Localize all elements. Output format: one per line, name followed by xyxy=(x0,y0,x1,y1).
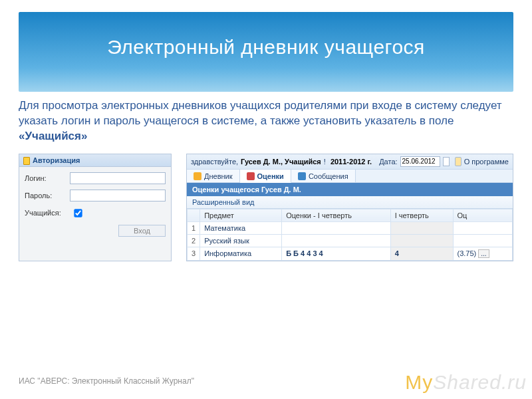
col-num xyxy=(188,209,200,221)
grades-title-bar: Оценки учащегося Гусев Д. М. xyxy=(187,183,513,196)
col-marks: Оценки - I четверть xyxy=(282,209,391,221)
tab-diary[interactable]: Дневник xyxy=(187,170,240,182)
table-row[interactable]: 2 Русский язык xyxy=(188,234,513,247)
grades-table: Предмет Оценки - I четверть I четверть О… xyxy=(187,209,513,261)
panels-row: Авторизация Логин: Пароль: Учащийся: Вхо… xyxy=(19,154,513,261)
grades-header: здравствуйте, Гусев Д. М., Учащийся! 201… xyxy=(187,154,513,170)
greeting-prefix: здравствуйте, xyxy=(191,158,238,166)
tab-messages-label: Сообщения xyxy=(309,172,348,180)
grades-icon xyxy=(247,172,255,180)
password-input[interactable] xyxy=(70,190,166,201)
auth-panel: Авторизация Логин: Пароль: Учащийся: Вхо… xyxy=(19,154,172,261)
login-button[interactable]: Вход xyxy=(118,225,166,237)
slide-description: Для просмотра электронных дневников учащ… xyxy=(19,98,513,144)
login-label: Логин: xyxy=(25,174,70,182)
expanded-view-toggle[interactable]: Расширенный вид xyxy=(187,196,513,209)
book-icon xyxy=(194,172,201,180)
help-icon[interactable] xyxy=(455,157,462,166)
date-input[interactable] xyxy=(400,156,440,167)
grades-panel: здравствуйте, Гусев Д. М., Учащийся! 201… xyxy=(186,154,513,261)
tab-diary-label: Дневник xyxy=(204,172,233,180)
auth-header: Авторизация xyxy=(19,154,171,167)
table-row[interactable]: 1 Математика xyxy=(188,221,513,234)
tab-messages[interactable]: Сообщения xyxy=(291,170,356,182)
footer-text: ИАС "АВЕРС: Электронный Классный Журнал" xyxy=(19,376,194,386)
about-link[interactable]: О программе xyxy=(464,158,509,166)
col-tail: Оц xyxy=(453,209,513,221)
school-year: 2011-2012 г. xyxy=(331,158,372,166)
lock-icon xyxy=(23,157,30,165)
slide-title: Электронный дневник учащегося xyxy=(19,12,513,92)
table-row[interactable]: 3 Информатика Б Б 4 4 3 4 4 (3.75) ... xyxy=(188,247,513,260)
greeting-name: Гусев Д. М., Учащийся xyxy=(241,158,321,166)
description-text: Для просмотра электронных дневников учащ… xyxy=(19,99,502,127)
col-subject: Предмет xyxy=(200,209,282,221)
student-checkbox[interactable] xyxy=(74,209,82,217)
login-input[interactable] xyxy=(70,172,166,184)
tab-grades[interactable]: Оценки xyxy=(240,170,291,183)
tab-grades-label: Оценки xyxy=(257,172,284,180)
messages-icon xyxy=(298,172,306,180)
col-quarter: I четверть xyxy=(390,209,453,221)
watermark: MyShared.ru xyxy=(405,371,527,394)
calendar-icon[interactable] xyxy=(443,157,450,166)
auth-header-text: Авторизация xyxy=(33,156,80,164)
description-bold: «Учащийся» xyxy=(19,130,87,142)
password-label: Пароль: xyxy=(25,192,70,200)
student-label: Учащийся: xyxy=(25,209,71,217)
date-label: Дата: xyxy=(379,158,397,166)
tabs: Дневник Оценки Сообщения xyxy=(187,170,513,183)
more-button[interactable]: ... xyxy=(478,249,489,258)
auth-body: Логин: Пароль: Учащийся: Вход xyxy=(19,167,171,243)
